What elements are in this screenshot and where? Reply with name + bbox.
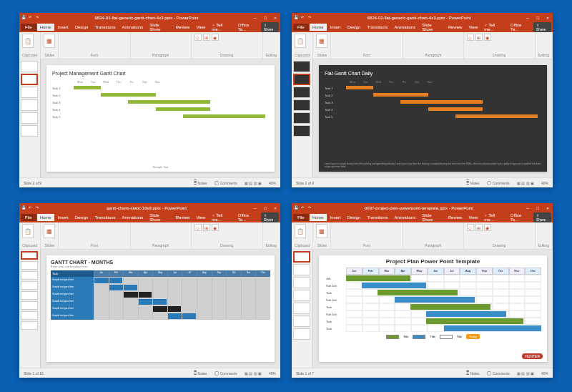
tab-design[interactable]: Design (345, 24, 364, 31)
notes-button[interactable]: ≣ Notes (194, 371, 207, 376)
tab-officetab[interactable]: Office Ta... (508, 21, 532, 33)
minimize-icon[interactable]: − (252, 15, 258, 21)
view-buttons[interactable]: ▦ ▤ ▥ ▣ (517, 181, 534, 185)
zoom-level[interactable]: 40% (269, 181, 276, 185)
share-button[interactable]: ⇪ Share (533, 22, 551, 32)
comments-button[interactable]: 💬 Comments (487, 371, 510, 376)
zoom-level[interactable]: 40% (541, 181, 548, 185)
slide-thumbnails[interactable] (292, 59, 313, 177)
thumbnail[interactable] (293, 125, 310, 137)
new-slide-icon[interactable]: ▦ (44, 34, 55, 48)
quickstyles-icon[interactable]: ◉ (484, 34, 491, 41)
view-buttons[interactable]: ▦ ▤ ▥ ▣ (517, 371, 534, 376)
thumbnail[interactable] (21, 125, 38, 137)
slide[interactable]: GANTT CHART - MONTHS Enter your sub head… (46, 255, 275, 362)
save-icon[interactable]: 💾 (294, 15, 299, 20)
slide-canvas[interactable]: Project Management Gantt Chart Mon Tue W… (41, 59, 280, 177)
slide-canvas[interactable]: Flat Gantt Chart Daily MonTueWedThuFriSa… (313, 59, 553, 177)
thumbnail[interactable] (293, 112, 310, 124)
tab-home[interactable]: Home (37, 24, 54, 31)
tab-file[interactable]: File (21, 214, 36, 221)
new-slide-icon[interactable]: ▦ (316, 224, 327, 238)
thumbnail[interactable] (293, 87, 310, 98)
maximize-icon[interactable]: □ (262, 15, 268, 21)
shapes-icon[interactable]: ◇ (467, 34, 474, 41)
slide-canvas[interactable]: GANTT CHART - MONTHS Enter your sub head… (41, 250, 280, 368)
maximize-icon[interactable]: □ (262, 205, 268, 211)
new-slide-icon[interactable]: ▦ (316, 34, 327, 48)
thumbnail[interactable] (21, 112, 38, 124)
redo-icon[interactable]: ↷ (308, 15, 313, 20)
tab-tellme[interactable]: ♀ Tell me... (481, 21, 507, 33)
thumbnail[interactable] (21, 61, 38, 72)
slide-canvas[interactable]: Project Plan Power Point Template JanFeb… (313, 250, 553, 368)
thumbnail[interactable] (293, 99, 310, 111)
slide-thumbnails[interactable] (19, 250, 41, 368)
thumbnail[interactable] (21, 99, 38, 111)
quickstyles-icon[interactable]: ◉ (212, 34, 219, 41)
redo-icon[interactable]: ↷ (308, 205, 313, 210)
tab-tellme[interactable]: ♀ Tell me... (209, 21, 235, 33)
slide[interactable]: Flat Gantt Chart Daily MonTueWedThuFriSa… (319, 65, 547, 172)
undo-icon[interactable]: ↶ (29, 15, 34, 20)
redo-icon[interactable]: ↷ (36, 205, 41, 210)
undo-icon[interactable]: ↶ (301, 15, 306, 20)
shapes-icon[interactable]: ◇ (194, 34, 202, 41)
tab-view[interactable]: View (465, 24, 480, 31)
slide[interactable]: Project Plan Power Point Template JanFeb… (319, 255, 547, 362)
notes-button[interactable]: ≣ Notes (194, 181, 207, 185)
slide-thumbnails[interactable] (19, 59, 41, 177)
thumbnail-active[interactable] (293, 74, 310, 85)
tab-insert[interactable]: Insert (55, 24, 72, 31)
maximize-icon[interactable]: □ (535, 15, 541, 21)
paste-icon[interactable]: 📋 (295, 224, 306, 238)
minimize-icon[interactable]: − (525, 15, 531, 21)
zoom-level[interactable]: 40% (541, 371, 548, 376)
thumbnail-active[interactable] (21, 251, 38, 260)
tab-transitions[interactable]: Transitions (364, 24, 390, 31)
share-button[interactable]: ⇪ Share (261, 22, 279, 32)
tab-file[interactable]: File (293, 24, 309, 31)
paste-icon[interactable]: 📋 (295, 34, 306, 48)
paste-icon[interactable]: 📋 (22, 34, 34, 48)
comments-button[interactable]: 💬 Comments (214, 181, 237, 185)
comments-button[interactable]: 💬 Comments (487, 181, 510, 185)
tab-slideshow[interactable]: Slide Show (147, 21, 172, 33)
tab-insert[interactable]: Insert (327, 24, 344, 31)
undo-icon[interactable]: ↶ (29, 205, 34, 210)
view-buttons[interactable]: ▦ ▤ ▥ ▣ (245, 181, 262, 185)
close-icon[interactable]: × (545, 205, 551, 211)
paste-icon[interactable]: 📋 (22, 224, 34, 238)
tab-home[interactable]: Home (37, 214, 54, 221)
minimize-icon[interactable]: − (525, 205, 531, 211)
notes-button[interactable]: ≣ Notes (466, 371, 480, 376)
new-slide-icon[interactable]: ▦ (44, 224, 55, 238)
tab-view[interactable]: View (193, 24, 208, 31)
arrange-icon[interactable]: ⊞ (203, 34, 210, 41)
tab-review[interactable]: Review (173, 24, 193, 31)
slide-thumbnails[interactable] (292, 250, 313, 368)
tab-animations[interactable]: Animations (119, 24, 147, 31)
view-buttons[interactable]: ▦ ▤ ▥ ▣ (245, 371, 262, 376)
save-icon[interactable]: 💾 (294, 205, 299, 210)
undo-icon[interactable]: ↶ (301, 205, 306, 210)
close-icon[interactable]: × (272, 205, 278, 211)
tab-officetab[interactable]: Office Ta... (235, 21, 260, 33)
thumbnail-active[interactable] (21, 74, 38, 85)
save-icon[interactable]: 💾 (21, 15, 26, 20)
tab-slideshow[interactable]: Slide Show (419, 21, 444, 33)
zoom-level[interactable]: 40% (269, 371, 276, 376)
thumbnail[interactable] (293, 61, 310, 72)
slide[interactable]: Project Management Gantt Chart Mon Tue W… (46, 65, 275, 172)
close-icon[interactable]: × (545, 15, 551, 21)
notes-button[interactable]: ≣ Notes (466, 181, 480, 185)
tab-file[interactable]: File (21, 24, 36, 31)
tab-review[interactable]: Review (445, 24, 465, 31)
arrange-icon[interactable]: ⊞ (475, 34, 483, 41)
thumbnail[interactable] (21, 87, 38, 98)
comments-button[interactable]: 💬 Comments (214, 371, 237, 376)
minimize-icon[interactable]: − (252, 205, 258, 211)
redo-icon[interactable]: ↷ (36, 15, 41, 20)
thumbnail-active[interactable] (293, 251, 310, 263)
tab-animations[interactable]: Animations (392, 24, 419, 31)
